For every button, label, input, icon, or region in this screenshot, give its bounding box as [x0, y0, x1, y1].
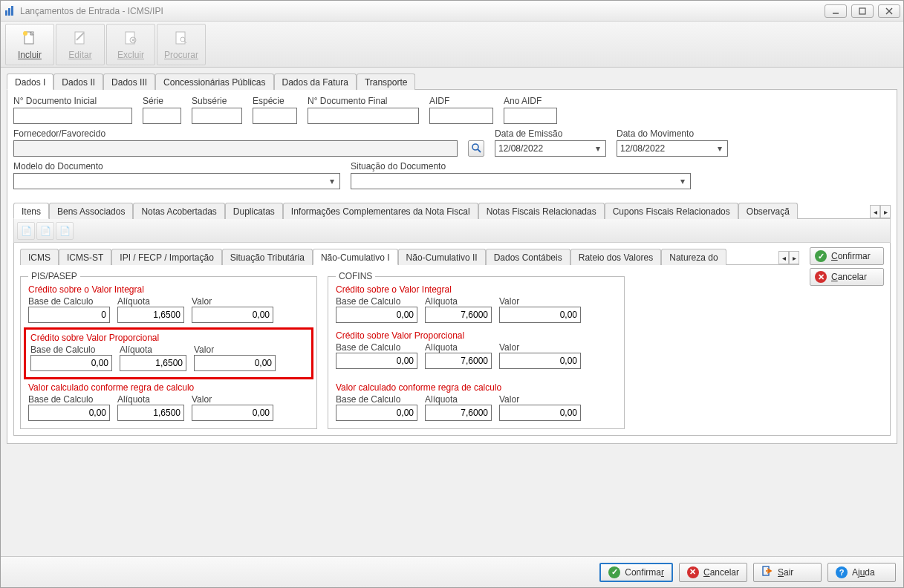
input-aidf[interactable] [429, 108, 493, 124]
input-pis-regra-aliq[interactable] [117, 405, 184, 421]
bottom-sair-button[interactable]: Sair [753, 563, 822, 582]
svg-rect-16 [176, 32, 185, 44]
minimize-button[interactable] [825, 4, 847, 18]
input-cofins-prop-valor[interactable] [499, 353, 581, 369]
document-edit-icon [71, 29, 89, 48]
inner-tab-scroll-right[interactable]: ▸ [789, 251, 799, 264]
svg-rect-12 [126, 32, 134, 44]
tab-dados-contabeis[interactable]: Dados Contábeis [486, 249, 570, 265]
input-cofins-prop-aliq[interactable] [425, 353, 492, 369]
label-valor: Valor [499, 342, 581, 353]
tab-dados-2[interactable]: Dados II [53, 74, 103, 90]
label-data-movimento: Data do Movimento [617, 128, 728, 139]
label-aliq: Alíquota [117, 296, 184, 307]
bottom-ajuda-button[interactable]: ? Ajuda [827, 563, 896, 582]
tab-nao-cumulativo-2[interactable]: Não-Cumulativo II [398, 249, 486, 265]
input-fornecedor[interactable] [13, 140, 458, 157]
input-cofins-regra-base[interactable] [336, 405, 417, 421]
document-delete-icon [122, 29, 140, 48]
input-cofins-int-aliq[interactable] [425, 307, 492, 323]
group-pis: PIS/PASEP Crédito sobre o Valor Integral… [20, 271, 317, 429]
input-cofins-prop-base[interactable] [336, 353, 417, 369]
label-cofins-proporcional: Crédito sobre Valor Proporcional [336, 330, 617, 341]
item-edit-button[interactable]: 📄 [36, 222, 54, 240]
tab-natureza[interactable]: Natureza do [661, 249, 726, 265]
itens-panel: ICMS ICMS-ST IPI / FECP / Importação Sit… [13, 243, 891, 436]
window-title: Lançamentos de Entrada - ICMS/IPI [20, 6, 163, 16]
label-base: Base de Calculo [28, 296, 110, 307]
tab-scroll-right[interactable]: ▸ [880, 205, 891, 218]
input-cofins-regra-valor[interactable] [499, 405, 581, 421]
select-modelo-doc[interactable]: ▾ [13, 173, 340, 189]
procurar-button[interactable]: Procurar [157, 24, 206, 65]
group-cofins: COFINS Crédito sobre o Valor Integral Ba… [328, 271, 625, 429]
tab-icms-st[interactable]: ICMS-ST [59, 249, 111, 265]
input-data-movimento[interactable]: 12/08/2022▾ [617, 140, 728, 157]
input-pis-int-base[interactable] [28, 307, 110, 323]
input-subserie[interactable] [192, 108, 242, 124]
label-base: Base de Calculo [30, 344, 112, 355]
label-especie: Espécie [253, 96, 297, 106]
tab-nf-relacionadas[interactable]: Notas Fiscais Relacionadas [478, 203, 605, 219]
bottom-confirmar-button[interactable]: ✓ Confirmar [599, 563, 673, 582]
excluir-button[interactable]: Excluir [106, 24, 155, 65]
tab-nao-cumulativo-1[interactable]: Não-Cumulativo I [313, 249, 398, 265]
tab-dados-1[interactable]: Dados I [7, 74, 53, 90]
tab-dados-fatura[interactable]: Dados da Fatura [274, 74, 357, 90]
input-pis-int-aliq[interactable] [117, 307, 184, 323]
label-base: Base de Calculo [28, 394, 110, 405]
item-delete-button[interactable]: 📄 [56, 222, 74, 240]
tab-scroll-left[interactable]: ◂ [870, 205, 880, 218]
titlebar: Lançamentos de Entrada - ICMS/IPI [1, 1, 903, 22]
tab-duplicatas[interactable]: Duplicatas [225, 203, 283, 219]
label-aliq: Alíquota [117, 394, 184, 405]
label-ndoc-final: N° Documento Final [308, 96, 419, 106]
item-new-button[interactable]: 📄 [17, 222, 35, 240]
tab-sit-tributaria[interactable]: Situação Tributária [222, 249, 313, 265]
label-pis-regra: Valor calculado conforme regra de calcul… [28, 382, 309, 393]
chevron-down-icon: ▾ [714, 143, 726, 154]
tab-concessionarias[interactable]: Concessionárias Públicas [155, 74, 273, 90]
input-pis-prop-aliq[interactable] [120, 355, 186, 371]
input-pis-prop-base[interactable] [30, 355, 112, 371]
side-confirmar-button[interactable]: ✓ Confirmar [810, 247, 884, 265]
svg-point-19 [472, 144, 478, 150]
input-pis-regra-valor[interactable] [192, 405, 273, 421]
tab-bens-associados[interactable]: Bens Associados [49, 203, 133, 219]
chevron-down-icon: ▾ [677, 176, 689, 186]
input-ndoc-final[interactable] [308, 108, 419, 124]
side-cancelar-button[interactable]: ✕ Cancelar [810, 268, 884, 286]
tab-transporte[interactable]: Transporte [357, 74, 416, 90]
tab-icms[interactable]: ICMS [20, 249, 59, 265]
tab-info-complementares[interactable]: Informações Complementares da Nota Fisca… [283, 203, 478, 219]
close-button[interactable] [878, 4, 900, 18]
tab-itens[interactable]: Itens [13, 203, 49, 219]
input-ndoc-inicial[interactable] [13, 108, 132, 124]
input-ano-aidf[interactable] [504, 108, 557, 124]
tab-ipi-fecp[interactable]: IPI / FECP / Importação [111, 249, 222, 265]
input-serie[interactable] [143, 108, 181, 124]
tab-observacao[interactable]: Observaçã [738, 203, 798, 219]
label-serie: Série [143, 96, 181, 106]
tab-rateio-valores[interactable]: Rateio dos Valores [570, 249, 662, 265]
input-cofins-regra-aliq[interactable] [425, 405, 492, 421]
input-cofins-int-valor[interactable] [499, 307, 581, 323]
tab-dados-3[interactable]: Dados III [103, 74, 155, 90]
incluir-button[interactable]: Incluir [5, 24, 54, 65]
select-situacao-doc[interactable]: ▾ [351, 173, 691, 189]
legend-cofins: COFINS [336, 271, 375, 281]
input-pis-regra-base[interactable] [28, 405, 110, 421]
input-especie[interactable] [253, 108, 297, 124]
input-cofins-int-base[interactable] [336, 307, 417, 323]
input-pis-prop-valor[interactable] [194, 355, 276, 371]
input-data-emissao[interactable]: 12/08/2022▾ [495, 140, 606, 157]
input-pis-int-valor[interactable] [192, 307, 273, 323]
lookup-fornecedor-button[interactable] [468, 140, 484, 157]
label-fornecedor: Fornecedor/Favorecido [13, 128, 458, 139]
inner-tab-scroll-left[interactable]: ◂ [778, 251, 789, 264]
bottom-cancelar-button[interactable]: ✕ Cancelar [679, 563, 747, 582]
maximize-button[interactable] [851, 4, 874, 18]
tab-cupons-relacionados[interactable]: Cupons Fiscais Relacionados [605, 203, 738, 219]
editar-button[interactable]: Editar [56, 24, 105, 65]
tab-notas-acobertadas[interactable]: Notas Acobertadas [133, 203, 224, 219]
